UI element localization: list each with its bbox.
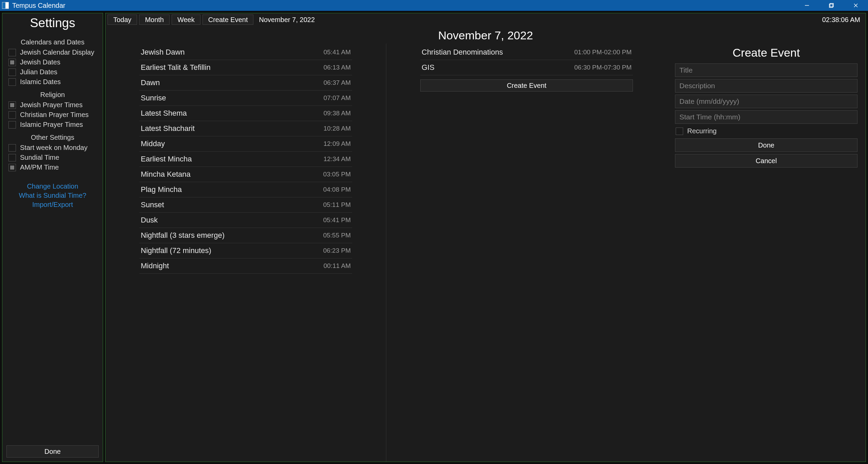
date-title: November 7, 2022: [105, 29, 866, 42]
section-heading-religion: Religion: [6, 91, 99, 99]
prayer-time-label: Sunset: [141, 200, 323, 209]
import-export-link[interactable]: Import/Export: [32, 201, 73, 209]
toolbar: Today Month Week Create Event November 7…: [105, 13, 866, 26]
calendar-setting-row: Islamic Dates: [6, 77, 99, 87]
prayer-time-value: 12:09 AM: [324, 140, 351, 148]
event-row[interactable]: Christian Denominations01:00 PM-02:00 PM: [420, 45, 633, 60]
prayer-time-row: Nightfall (72 minutes)06:23 PM: [139, 243, 352, 258]
prayer-time-label: Plag Mincha: [141, 185, 323, 194]
event-date-input[interactable]: [675, 95, 857, 108]
event-row[interactable]: GIS06:30 PM-07:30 PM: [420, 60, 633, 75]
events-create-button[interactable]: Create Event: [420, 79, 633, 92]
religion-setting-checkbox[interactable]: [8, 111, 16, 119]
prayer-time-value: 06:37 AM: [324, 79, 351, 86]
religion-setting-label: Christian Prayer Times: [20, 111, 89, 119]
prayer-time-row: Midday12:09 AM: [139, 136, 352, 152]
other-setting-label: AM/PM Time: [20, 163, 59, 171]
events-column: Christian Denominations01:00 PM-02:00 PM…: [386, 43, 667, 462]
event-description-input[interactable]: [675, 79, 857, 93]
prayer-time-row: Sunset05:11 PM: [139, 197, 352, 213]
event-label: GIS: [422, 63, 574, 72]
create-event-cancel-button[interactable]: Cancel: [675, 154, 857, 168]
prayer-time-label: Latest Shema: [141, 109, 324, 118]
month-button[interactable]: Month: [139, 15, 170, 25]
prayer-time-label: Nightfall (72 minutes): [141, 246, 323, 255]
prayer-time-label: Midnight: [141, 262, 324, 270]
calendar-setting-label: Julian Dates: [20, 68, 57, 76]
prayer-time-label: Jewish Dawn: [141, 48, 324, 57]
prayer-time-value: 05:11 PM: [323, 201, 351, 209]
prayer-time-row: Earliest Mincha12:34 AM: [139, 152, 352, 167]
today-button[interactable]: Today: [108, 15, 137, 25]
recurring-label: Recurring: [687, 127, 717, 135]
app-title: Tempus Calendar: [12, 2, 65, 9]
other-setting-label: Start week on Monday: [20, 144, 88, 152]
prayer-time-label: Earliest Talit & Tefillin: [141, 63, 324, 72]
settings-done-button[interactable]: Done: [6, 445, 99, 458]
main-panel: Today Month Week Create Event November 7…: [105, 13, 866, 462]
calendar-setting-row: Jewish Calendar Display: [6, 47, 99, 57]
prayer-time-value: 05:55 PM: [323, 232, 351, 239]
create-event-done-button[interactable]: Done: [675, 138, 857, 152]
prayer-time-value: 10:28 AM: [324, 125, 351, 132]
event-title-input[interactable]: [675, 63, 857, 77]
prayer-time-value: 03:05 PM: [323, 171, 351, 178]
create-event-button[interactable]: Create Event: [202, 15, 254, 25]
prayer-time-row: Dawn06:37 AM: [139, 75, 352, 91]
prayer-time-row: Latest Shema09:38 AM: [139, 106, 352, 121]
week-button[interactable]: Week: [172, 15, 200, 25]
sundial-info-link[interactable]: What is Sundial Time?: [19, 192, 86, 199]
app-icon: [2, 2, 9, 9]
prayer-time-label: Dawn: [141, 78, 324, 87]
prayer-time-label: Sunrise: [141, 94, 324, 102]
other-setting-checkbox[interactable]: [8, 154, 16, 161]
calendar-setting-checkbox[interactable]: [8, 59, 16, 66]
religion-setting-row: Christian Prayer Times: [6, 110, 99, 120]
prayer-time-row: Sunrise07:07 AM: [139, 91, 352, 106]
calendar-setting-checkbox[interactable]: [8, 49, 16, 56]
prayer-time-row: Plag Mincha04:08 PM: [139, 182, 352, 197]
religion-setting-row: Islamic Prayer Times: [6, 120, 99, 130]
prayer-time-label: Earliest Mincha: [141, 155, 324, 163]
change-location-link[interactable]: Change Location: [27, 182, 78, 190]
prayer-time-value: 06:23 PM: [323, 247, 351, 254]
prayer-time-row: Nightfall (3 stars emerge)05:55 PM: [139, 228, 352, 243]
event-start-time-input[interactable]: [675, 110, 857, 124]
settings-title: Settings: [6, 16, 99, 30]
calendar-setting-label: Islamic Dates: [20, 78, 61, 86]
maximize-button[interactable]: [819, 0, 844, 11]
create-event-panel: Create Event Recurring Done Cancel: [667, 43, 866, 462]
calendar-setting-row: Jewish Dates: [6, 57, 99, 67]
prayer-time-label: Midday: [141, 139, 324, 148]
prayer-time-value: 00:11 AM: [324, 262, 351, 270]
religion-setting-checkbox[interactable]: [8, 101, 16, 109]
other-setting-row: Sundial Time: [6, 153, 99, 162]
recurring-checkbox[interactable]: [676, 128, 683, 135]
prayer-time-value: 05:41 PM: [323, 216, 351, 224]
calendar-setting-checkbox[interactable]: [8, 78, 16, 86]
current-date-label: November 7, 2022: [255, 15, 318, 25]
settings-sidebar: Settings Calendars and Dates Jewish Cale…: [2, 13, 103, 462]
other-setting-checkbox[interactable]: [8, 164, 16, 171]
close-button[interactable]: [844, 0, 868, 11]
calendar-setting-checkbox[interactable]: [8, 69, 16, 76]
calendar-setting-label: Jewish Dates: [20, 58, 60, 66]
religion-setting-row: Jewish Prayer Times: [6, 100, 99, 110]
prayer-time-value: 09:38 AM: [324, 110, 351, 117]
event-time: 01:00 PM-02:00 PM: [574, 49, 632, 56]
prayer-time-value: 06:13 AM: [324, 64, 351, 71]
prayer-time-value: 04:08 PM: [323, 186, 351, 193]
prayer-time-row: Mincha Ketana03:05 PM: [139, 167, 352, 182]
section-heading-calendars: Calendars and Dates: [6, 38, 99, 46]
religion-setting-checkbox[interactable]: [8, 121, 16, 129]
prayer-times-column: Jewish Dawn05:41 AMEarliest Talit & Tefi…: [105, 43, 386, 462]
other-setting-checkbox[interactable]: [8, 144, 16, 152]
prayer-time-row: Jewish Dawn05:41 AM: [139, 45, 352, 60]
minimize-button[interactable]: [795, 0, 819, 11]
prayer-time-label: Mincha Ketana: [141, 170, 323, 179]
event-label: Christian Denominations: [422, 48, 574, 57]
create-event-title: Create Event: [675, 46, 857, 59]
calendar-setting-row: Julian Dates: [6, 67, 99, 77]
prayer-time-row: Midnight00:11 AM: [139, 258, 352, 274]
calendar-setting-label: Jewish Calendar Display: [20, 49, 94, 56]
